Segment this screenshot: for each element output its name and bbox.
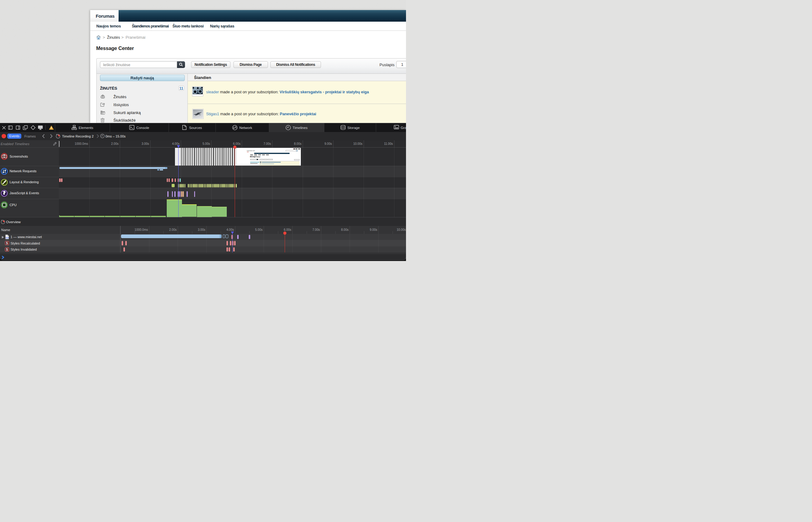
svg-text:<>: <> <box>6 236 9 239</box>
svg-text:S: S <box>6 247 8 251</box>
svg-text:S: S <box>6 241 8 245</box>
